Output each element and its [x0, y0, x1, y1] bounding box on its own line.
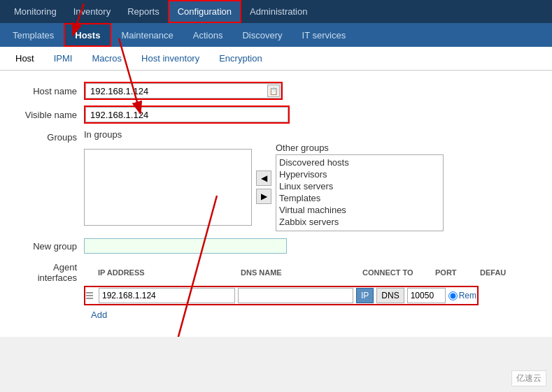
visible-name-label: Visible name — [14, 110, 84, 120]
default-radio-wrap: Rem — [448, 291, 476, 300]
col-header-dns: DNS NAME — [241, 268, 360, 277]
move-right-btn[interactable]: ▶ — [256, 189, 271, 204]
top-nav: Monitoring Inventory Reports Configurati… — [0, 0, 552, 23]
groups-label: Groups — [14, 129, 84, 143]
new-group-label: New group — [14, 241, 84, 252]
nav-monitoring[interactable]: Monitoring — [6, 0, 65, 23]
subnav-discovery[interactable]: Discovery — [232, 23, 292, 47]
col-header-port: PORT — [435, 268, 477, 277]
dns-name-input[interactable] — [238, 288, 353, 303]
host-name-input-wrap: 📋 — [84, 82, 283, 100]
host-name-label: Host name — [14, 86, 84, 96]
other-groups-label: Other groups — [276, 143, 444, 153]
in-groups-section: In groups ◀ ▶ Other groups Discovered ho… — [84, 129, 444, 231]
group-virtual-machines[interactable]: Virtual machines — [278, 204, 441, 216]
col-header-ip: IP ADDRESS — [98, 268, 238, 277]
visible-name-input[interactable] — [85, 107, 288, 122]
other-groups-section: Other groups Discovered hosts Hypervisor… — [276, 143, 444, 231]
subnav-templates[interactable]: Templates — [3, 23, 64, 47]
groups-row: Groups In groups ◀ ▶ Other groups Discov… — [14, 129, 538, 231]
subnav-hosts[interactable]: Hosts — [64, 23, 111, 47]
page-wrapper: Monitoring Inventory Reports Configurati… — [0, 0, 552, 337]
agent-interfaces-label: Agent interfaces — [14, 262, 84, 283]
connect-dns-btn[interactable]: DNS — [376, 288, 404, 303]
tab-bar: Host IPMI Macros Host inventory Encrypti… — [0, 47, 552, 71]
default-radio[interactable] — [448, 291, 458, 300]
drag-handle[interactable] — [86, 289, 94, 302]
nav-reports[interactable]: Reports — [119, 0, 168, 23]
tab-macros[interactable]: Macros — [82, 47, 132, 71]
subnav-maintenance[interactable]: Maintenance — [111, 23, 183, 47]
move-left-btn[interactable]: ◀ — [256, 170, 271, 186]
interface-data-row: IP DNS Rem — [14, 286, 538, 305]
visible-name-row: Visible name — [14, 106, 538, 124]
subnav-actions[interactable]: Actions — [183, 23, 233, 47]
tab-ipmi[interactable]: IPMI — [44, 47, 83, 71]
connect-ip-btn[interactable]: IP — [356, 288, 374, 303]
agent-interfaces-section: Agent interfaces IP ADDRESS DNS NAME CON… — [14, 262, 538, 320]
new-group-row: New group — [14, 238, 538, 254]
group-templates[interactable]: Templates — [278, 192, 441, 204]
host-name-row: Host name 📋 — [14, 82, 538, 100]
host-name-icon[interactable]: 📋 — [267, 85, 280, 97]
group-arrows: ◀ ▶ — [256, 170, 271, 204]
nav-inventory[interactable]: Inventory — [65, 0, 119, 23]
in-groups-box[interactable] — [84, 149, 252, 226]
port-input[interactable] — [407, 288, 446, 303]
interface-row-highlight: IP DNS Rem — [84, 286, 479, 305]
sub-nav: Templates Hosts Maintenance Actions Disc… — [0, 23, 552, 47]
rem-label: Rem — [459, 291, 476, 300]
group-zabbix-servers[interactable]: Zabbix servers — [278, 216, 441, 228]
subnav-itservices[interactable]: IT services — [292, 23, 356, 47]
tab-encryption[interactable]: Encryption — [209, 47, 271, 71]
host-name-input[interactable] — [85, 83, 281, 99]
interfaces-col-headers: IP ADDRESS DNS NAME CONNECT TO PORT DEFA… — [84, 268, 506, 277]
group-discovered-hosts[interactable]: Discovered hosts — [278, 157, 441, 168]
other-groups-box[interactable]: Discovered hosts Hypervisors Linux serve… — [276, 154, 444, 231]
interfaces-label-row: Agent interfaces IP ADDRESS DNS NAME CON… — [14, 262, 538, 283]
ip-address-input[interactable] — [99, 288, 235, 303]
new-group-input[interactable] — [84, 238, 287, 254]
content-area: Host name 📋 Visible name Groups In group… — [0, 71, 552, 337]
tab-host-inventory[interactable]: Host inventory — [132, 47, 209, 71]
add-interface-link[interactable]: Add — [14, 310, 538, 320]
group-hypervisors[interactable]: Hypervisors — [278, 168, 441, 180]
nav-administration[interactable]: Administration — [241, 0, 316, 23]
col-header-default: DEFAU — [480, 268, 506, 277]
group-linux-servers[interactable]: Linux servers — [278, 180, 441, 192]
col-header-connect: CONNECT TO — [362, 268, 432, 277]
nav-configuration[interactable]: Configuration — [168, 0, 241, 23]
visible-name-input-wrap — [84, 106, 290, 124]
in-groups-label: In groups — [84, 129, 444, 140]
tab-host[interactable]: Host — [6, 47, 44, 71]
